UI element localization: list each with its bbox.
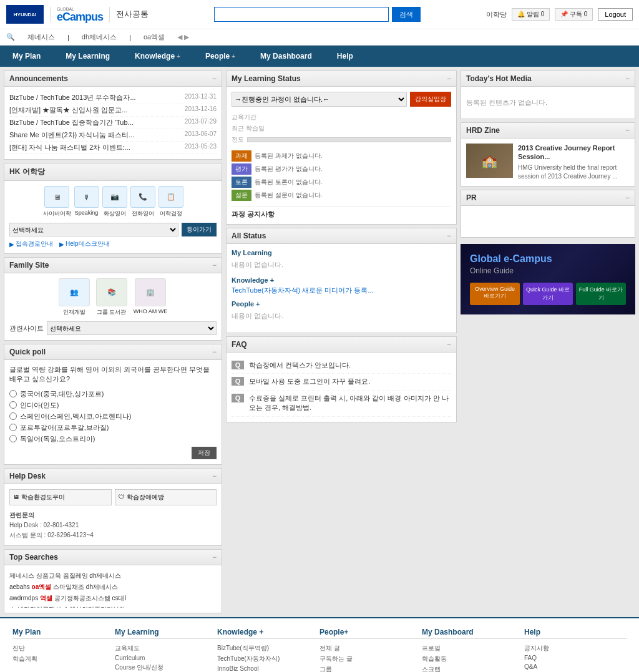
faq-item-2: Q 모바일 사용 도중 로그인이 자꾸 풀려요.	[232, 374, 451, 390]
learning-env-button[interactable]: 🖥 학습환경도우미	[9, 489, 112, 505]
search-tag-1[interactable]: 제네시스	[9, 572, 34, 579]
announce-title-2[interactable]: [인재개발] ★팔독★ 신입사원 입문교...	[9, 105, 127, 115]
learning-course-select[interactable]: →진행중인 과정이 없습니다.←	[232, 92, 407, 107]
help-desk-toggle[interactable]: −	[212, 472, 217, 480]
learning-period: 교육기간	[232, 112, 451, 123]
lecture-enter-button[interactable]: 강의실입장	[410, 92, 451, 107]
hk-icon-video[interactable]: 📷 화상영어	[102, 186, 127, 218]
survey-text: 등록된 설문이 없습니다.	[255, 190, 322, 201]
footer-link-edu[interactable]: 교육제도	[115, 644, 217, 653]
footer-link-faq[interactable]: FAQ	[524, 655, 627, 661]
announce-title-1[interactable]: BizTube / TechTube 2013년 우수학습자...	[9, 93, 136, 102]
task-text: 등록된 과제가 없습니다.	[255, 150, 322, 162]
nav-knowledge[interactable]: Knowledge +	[122, 46, 193, 67]
tel1: 02-801-4321	[43, 522, 79, 528]
hk-select[interactable]: 선택하세요	[9, 223, 178, 236]
search-button[interactable]: 검색	[392, 7, 421, 22]
family-select[interactable]: 선택하세요	[47, 321, 217, 335]
my-learning-toggle[interactable]: −	[447, 74, 451, 83]
poll-radio-4[interactable]	[9, 424, 17, 431]
nav-dashboard[interactable]: My Dashboard	[248, 46, 324, 67]
hk-help-link[interactable]: ▶ Help데스크안내	[59, 240, 110, 248]
announcements-toggle[interactable]: −	[212, 74, 217, 83]
footer-link-subscribed[interactable]: 구독하는 글	[320, 655, 422, 663]
footer-link-activities[interactable]: 학습활동	[422, 655, 524, 663]
overview-guide-button[interactable]: Overview Guide 바로가기	[470, 283, 520, 305]
sub-menu-dh[interactable]: dh제네시스	[79, 31, 120, 43]
help-desk-title: Help Desk	[9, 472, 46, 480]
family-icon-library[interactable]: 📚 그룹 도서관	[96, 278, 127, 316]
family-icon-talent[interactable]: 👥 인재개발	[59, 278, 90, 316]
footer-link-scrap[interactable]: 스크랩	[422, 665, 524, 672]
footer-link-profile[interactable]: 프로필	[422, 644, 524, 653]
poll-question: 글로벌 역량 강화를 위해 영어 이외의 외국어를 공부한다면 무엇을 배우고 …	[9, 365, 217, 384]
quick-guide-button[interactable]: Quick Guide 바로가기	[523, 283, 573, 305]
footer-link-biztube[interactable]: BizTube(직무역량)	[217, 644, 320, 653]
faq-text-3[interactable]: 수료증을 실제로 프린터 출력 시, 아래와 같이 배경 아미지가 안 나오는 …	[249, 394, 451, 413]
quick-poll-toggle[interactable]: −	[212, 348, 217, 356]
hrd-info: 2013 Creative Journey Report Session... …	[518, 144, 630, 181]
pr-toggle[interactable]: −	[625, 193, 630, 202]
faq-text-2[interactable]: 모바일 사용 도중 로그인이 자꾸 풀려요.	[249, 377, 370, 386]
footer-link-innobiz[interactable]: InnoBiz School	[217, 665, 320, 672]
search-tag-oa[interactable]: oa엑셀	[32, 583, 52, 590]
all-status-toggle[interactable]: −	[447, 231, 451, 240]
nav-mylearning[interactable]: My Learning	[53, 46, 122, 67]
header-sub: 🔍 제네시스 | dh제네시스 | oa엑셀 ◀ ▶	[0, 29, 639, 45]
faq-toggle[interactable]: −	[447, 340, 451, 349]
footer-link-notice-help[interactable]: 공지사항	[524, 644, 627, 653]
poll-radio-3[interactable]	[9, 412, 17, 420]
full-guide-button[interactable]: Full Guide 바로가기	[576, 283, 626, 305]
footer-link-all-posts[interactable]: 전체 글	[320, 644, 422, 653]
poll-radio-2[interactable]	[9, 401, 17, 409]
faq-text-1[interactable]: 학습장에서 컨텍스가 안보입니다.	[249, 361, 351, 370]
footer-link-diagnosis[interactable]: 진단	[12, 644, 115, 653]
footer-link-techtube[interactable]: TechTube(자동차자식)	[217, 655, 320, 663]
footer-link-group[interactable]: 그룹	[320, 665, 422, 672]
hk-icon-phone[interactable]: 📞 전화영어	[130, 186, 155, 218]
announce-title-3[interactable]: BizTube / TechTube 집중학습기간 'Tub...	[9, 118, 134, 127]
hk-title: HK 어학당	[9, 167, 45, 177]
announce-title-4[interactable]: Share Me 이벤트(2차) 자식니눔 패스티...	[9, 130, 134, 140]
footer-link-plan[interactable]: 학습계획	[12, 655, 115, 663]
hrd-zine-panel: HRD Zine − 🏫 2013 Creative Journey Repor…	[461, 122, 635, 187]
logout-button[interactable]: Logout	[598, 8, 633, 21]
footer-link-qa[interactable]: Q&A	[524, 663, 627, 670]
knowledge-link[interactable]: TechTube(자동차자석) 새로운 미디어가 등록...	[232, 286, 374, 294]
sub-menu-genesis[interactable]: 제네시스	[24, 31, 58, 43]
right-column: Today's Hot Media − 등록된 컨텐츠가 없습니다. HRD Z…	[461, 71, 635, 613]
shield-icon: 🛡	[119, 494, 125, 500]
sub-menu-oa[interactable]: oa엑셀	[140, 31, 168, 43]
hk-access-link[interactable]: ▶ 접속경로안내	[9, 240, 53, 248]
nav-people[interactable]: People +	[193, 46, 248, 67]
top-searches-toggle[interactable]: −	[212, 553, 217, 562]
subscribe-button[interactable]: 📌 구독 0	[555, 8, 593, 21]
poll-radio-1[interactable]	[9, 390, 17, 397]
learning-prevent-button[interactable]: 🛡 학습장애예방	[115, 489, 217, 505]
nav-help[interactable]: Help	[324, 46, 366, 67]
poll-label-1: 중국어(중국,대만,싱가포르)	[20, 389, 104, 399]
alarm-button[interactable]: 🔔 알림 0	[512, 8, 550, 21]
footer-link-curriculum[interactable]: Curriculum	[115, 655, 217, 661]
user-link[interactable]: 이학당	[486, 10, 507, 19]
nav-myplan[interactable]: My Plan	[0, 46, 53, 67]
poll-radio-5[interactable]	[9, 435, 17, 442]
hk-join-button[interactable]: 등이가기	[182, 223, 217, 236]
hot-media-toggle[interactable]: −	[625, 74, 630, 83]
hk-icon-speaking[interactable]: 🎙 Speaking	[74, 186, 99, 218]
hrd-thumbnail: 🏫	[466, 144, 513, 178]
hrd-zine-toggle[interactable]: −	[625, 126, 630, 135]
hk-icon-cyber[interactable]: 🖥 사이버어학	[43, 186, 71, 218]
learning-progress: 전도	[232, 134, 451, 145]
announce-title-5[interactable]: [현대] 자식 나눔 패스티벌 2차 이벤트:...	[9, 143, 130, 152]
footer-link-course-info[interactable]: Course 안내/신청	[115, 663, 217, 672]
family-title: Family Site	[9, 261, 49, 270]
family-toggle[interactable]: −	[212, 261, 217, 270]
search-tag-excel[interactable]: 역셀	[40, 595, 52, 601]
hk-icon-test[interactable]: 📋 어학검정	[159, 186, 183, 218]
search-input[interactable]	[214, 7, 389, 22]
hrd-article-title[interactable]: 2013 Creative Journey Report Session...	[518, 144, 630, 162]
my-learning-section: My Learning 내용이 없습니다.	[232, 249, 451, 271]
poll-save-button[interactable]: 저장	[192, 447, 217, 459]
family-icon-whoami[interactable]: 🏢 WHO AM WE	[134, 278, 168, 316]
